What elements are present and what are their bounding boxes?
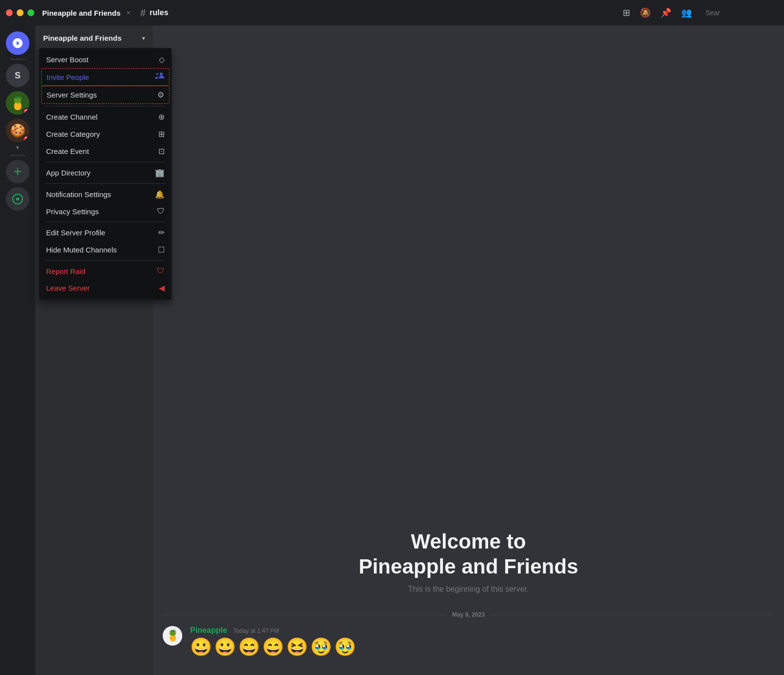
main-content: Welcome toPineapple and Friends This is … bbox=[153, 25, 784, 675]
discord-home-button[interactable] bbox=[6, 31, 29, 55]
menu-item-report-raid[interactable]: Report Raid 🛡 bbox=[41, 263, 170, 279]
menu-item-create-channel[interactable]: Create Channel ⊕ bbox=[41, 108, 170, 125]
mute-icon[interactable]: 🔕 bbox=[640, 7, 651, 18]
menu-label-app-directory: App Directory bbox=[46, 169, 91, 177]
menu-item-edit-server-profile[interactable]: Edit Server Profile ✏ bbox=[41, 224, 170, 241]
pin-icon[interactable]: 📌 bbox=[661, 7, 671, 18]
invite-people-icon bbox=[155, 73, 164, 81]
notification-icon: 🔔 bbox=[155, 190, 165, 199]
hashtag-icon[interactable]: ⊞ bbox=[623, 7, 630, 18]
menu-item-server-boost[interactable]: Server Boost ◇ bbox=[41, 51, 170, 68]
menu-item-notification-settings[interactable]: Notification Settings 🔔 bbox=[41, 186, 170, 203]
search-label: Sear bbox=[706, 9, 720, 17]
menu-label-leave-server: Leave Server bbox=[46, 284, 90, 292]
menu-label-notification-settings: Notification Settings bbox=[46, 190, 111, 199]
menu-item-create-category[interactable]: Create Category ⊞ bbox=[41, 125, 170, 143]
message-timestamp: Today at 1:47 PM bbox=[233, 627, 279, 634]
menu-label-create-event: Create Event bbox=[46, 147, 89, 155]
welcome-title: Welcome toPineapple and Friends bbox=[163, 529, 774, 579]
emoji-2: 😀 bbox=[214, 637, 236, 657]
message-author: Pineapple bbox=[190, 626, 227, 634]
server-boost-icon: ◇ bbox=[159, 55, 165, 64]
menu-item-create-event[interactable]: Create Event ⊡ bbox=[41, 143, 170, 160]
server-divider bbox=[10, 59, 25, 60]
message-row: 🍍 Pineapple Today at 1:47 PM 😀 😀 😄 😄 😆 bbox=[163, 626, 774, 657]
emoji-7: 🥹 bbox=[334, 637, 356, 657]
message-content: Pineapple Today at 1:47 PM 😀 😀 😄 😄 😆 🥹 🥹 bbox=[190, 626, 774, 657]
add-server-button[interactable]: + bbox=[6, 160, 29, 183]
welcome-subtitle: This is the beginning of this server. bbox=[163, 585, 774, 594]
menu-label-hide-muted: Hide Muted Channels bbox=[46, 246, 117, 254]
edit-icon: ✏ bbox=[158, 228, 165, 237]
menu-item-privacy-settings[interactable]: Privacy Settings 🛡 bbox=[41, 203, 170, 220]
menu-label-server-boost: Server Boost bbox=[46, 55, 89, 64]
emoji-4: 😄 bbox=[262, 637, 284, 657]
chevron-down-icon: ▾ bbox=[16, 144, 19, 151]
checkbox-icon: ☐ bbox=[158, 245, 165, 254]
close-window-button[interactable] bbox=[6, 9, 13, 16]
menu-label-server-settings: Server Settings bbox=[47, 91, 97, 99]
menu-item-hide-muted[interactable]: Hide Muted Channels ☐ bbox=[41, 241, 170, 258]
channel-hash-icon: # bbox=[140, 7, 146, 19]
maximize-window-button[interactable] bbox=[27, 9, 34, 16]
sidebar-chevron-icon: ▾ bbox=[142, 35, 145, 42]
discover-button[interactable] bbox=[6, 187, 29, 211]
emoji-3: 😄 bbox=[238, 637, 260, 657]
message-emojis: 😀 😀 😄 😄 😆 🥹 🥹 bbox=[190, 637, 774, 657]
server-icon-cookie[interactable]: 🍪 2 bbox=[6, 119, 29, 142]
emoji-5: 😆 bbox=[286, 637, 308, 657]
menu-item-app-directory[interactable]: App Directory 🏢 bbox=[41, 164, 170, 181]
traffic-lights bbox=[6, 9, 34, 16]
menu-label-report-raid: Report Raid bbox=[46, 267, 85, 275]
header-icons: ⊞ 🔕 📌 👥 Sear bbox=[623, 6, 778, 19]
menu-divider-3 bbox=[45, 183, 166, 184]
date-label: May 9, 2023 bbox=[452, 611, 485, 618]
sidebar-server-name: Pineapple and Friends bbox=[43, 34, 142, 42]
menu-divider-5 bbox=[45, 260, 166, 261]
create-event-icon: ⊡ bbox=[158, 147, 165, 156]
server-icon-pineapple[interactable]: 🍍 2 bbox=[6, 91, 29, 115]
server-list: S 🍍 2 🍪 2 ▾ + bbox=[0, 25, 35, 675]
menu-divider-4 bbox=[45, 222, 166, 222]
members-icon[interactable]: 👥 bbox=[681, 7, 692, 18]
emoji-1: 😀 bbox=[190, 637, 212, 657]
menu-label-edit-server-profile: Edit Server Profile bbox=[46, 228, 105, 237]
window-server-name: Pineapple and Friends bbox=[42, 9, 121, 17]
emoji-6: 🥹 bbox=[310, 637, 332, 657]
chat-area: Welcome toPineapple and Friends This is … bbox=[153, 25, 784, 675]
menu-item-leave-server[interactable]: Leave Server ◀ bbox=[41, 279, 170, 297]
leave-server-icon: ◀ bbox=[159, 283, 165, 293]
messages-area: 🍍 Pineapple Today at 1:47 PM 😀 😀 😄 😄 😆 bbox=[153, 626, 784, 675]
menu-item-invite-people[interactable]: Invite People bbox=[41, 68, 170, 86]
report-raid-icon: 🛡 bbox=[157, 267, 165, 275]
channel-name: rules bbox=[149, 8, 168, 17]
menu-divider-1 bbox=[45, 106, 166, 106]
settings-icon: ⚙ bbox=[157, 90, 164, 100]
create-category-icon: ⊞ bbox=[158, 129, 165, 139]
welcome-server-name: Pineapple and Friends bbox=[359, 555, 578, 578]
welcome-section: Welcome toPineapple and Friends This is … bbox=[153, 510, 784, 603]
date-divider: May 9, 2023 bbox=[153, 603, 784, 626]
sidebar-header[interactable]: Pineapple and Friends ▾ bbox=[35, 25, 153, 51]
menu-item-server-settings[interactable]: Server Settings ⚙ bbox=[41, 86, 170, 104]
badge-pineapple: 2 bbox=[23, 108, 29, 115]
minimize-window-button[interactable] bbox=[17, 9, 24, 16]
title-bar: Pineapple and Friends × # rules ⊞ 🔕 📌 👥 … bbox=[0, 0, 784, 25]
svg-point-1 bbox=[16, 198, 19, 200]
avatar: 🍍 bbox=[163, 626, 182, 646]
server-divider-2 bbox=[10, 155, 25, 156]
sidebar: Pineapple and Friends ▾ Server Boost ◇ I… bbox=[35, 25, 153, 675]
menu-divider-2 bbox=[45, 162, 166, 162]
server-letter: S bbox=[15, 71, 21, 81]
close-icon[interactable]: × bbox=[126, 9, 130, 17]
app-body: S 🍍 2 🍪 2 ▾ + Pineapple and Friends ▾ bbox=[0, 25, 784, 675]
app-directory-icon: 🏢 bbox=[155, 168, 165, 177]
badge-cookie: 2 bbox=[23, 135, 29, 142]
menu-label-invite-people: Invite People bbox=[47, 73, 89, 81]
server-dropdown-menu: Server Boost ◇ Invite People Server Sett… bbox=[39, 48, 172, 300]
menu-label-create-category: Create Category bbox=[46, 130, 100, 138]
server-icon-s[interactable]: S bbox=[6, 64, 29, 87]
message-header: Pineapple Today at 1:47 PM bbox=[190, 626, 774, 635]
create-channel-icon: ⊕ bbox=[158, 112, 165, 122]
search-bar[interactable]: Sear bbox=[702, 6, 770, 19]
